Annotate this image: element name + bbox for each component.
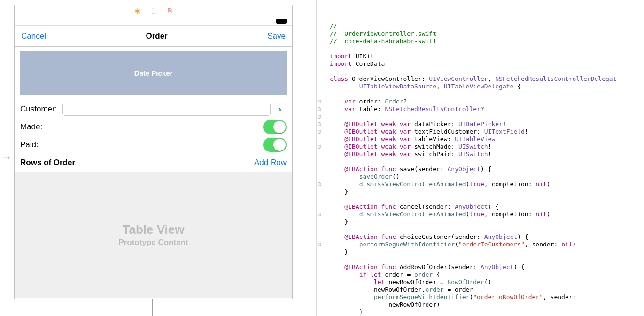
customer-label: Customer: — [20, 104, 62, 114]
connection-indicator-icon[interactable] — [318, 115, 321, 118]
code-line[interactable] — [330, 68, 644, 75]
date-picker[interactable]: Date Picker — [20, 51, 287, 95]
save-button[interactable]: Save — [267, 32, 286, 41]
code-line[interactable] — [330, 226, 644, 233]
paid-label: Paid: — [20, 140, 62, 150]
code-line[interactable]: } — [330, 218, 644, 226]
battery-icon — [276, 19, 287, 24]
code-line[interactable]: var order: Order? — [330, 98, 644, 105]
connection-indicator-icon[interactable] — [318, 107, 321, 111]
code-line[interactable]: // core-data-habrahabr-swift — [330, 38, 644, 45]
code-line[interactable]: @IBOutlet weak var switchPaid: UISwitch! — [330, 150, 644, 158]
code-line[interactable]: } — [330, 188, 644, 196]
first-responder-icon[interactable]: ⬚ — [151, 7, 157, 14]
paid-row: Paid: — [20, 136, 287, 154]
code-line[interactable]: dismissViewControllerAnimated(true, comp… — [330, 211, 644, 218]
code-line[interactable]: saveOrder() — [330, 173, 644, 181]
connection-indicator-icon[interactable] — [318, 100, 321, 103]
editor-gutter — [317, 0, 322, 316]
code-line[interactable] — [330, 113, 644, 120]
code-line[interactable]: @IBOutlet weak var tableView: UITableVie… — [330, 135, 644, 143]
code-line[interactable]: newRowOfOrder.order = order — [330, 286, 644, 293]
made-switch[interactable] — [263, 120, 287, 134]
view-controller-canvas[interactable]: ◉ ⬚ ⎘ Cancel Order Save Date Picker Cust… — [14, 5, 293, 299]
code-line[interactable]: // OrderViewController.swift — [330, 30, 644, 38]
code-line[interactable]: if let order = order { — [330, 271, 644, 278]
code-line[interactable]: } — [330, 308, 644, 316]
code-line[interactable]: UITableViewDataSource, UITableViewDelega… — [330, 83, 644, 90]
made-row: Made: — [20, 118, 287, 136]
code-line[interactable]: } — [330, 248, 644, 256]
code-line[interactable]: class OrderViewController: UIViewControl… — [330, 75, 644, 83]
scene-toolbar: ◉ ⬚ ⎘ — [15, 5, 292, 16]
code-line[interactable]: let newRowOfOrder = RowOfOrder() — [330, 278, 644, 286]
code-line[interactable] — [330, 45, 644, 53]
code-line[interactable]: // — [330, 23, 644, 30]
nav-title: Order — [146, 32, 167, 41]
code-line[interactable]: @IBAction func cancel(sender: AnyObject)… — [330, 203, 644, 211]
code-line[interactable]: performSegueWithIdentifier("orderToRowOf… — [330, 293, 644, 301]
code-line[interactable]: @IBOutlet weak var dataPicker: UIDatePic… — [330, 120, 644, 128]
connection-indicator-icon[interactable] — [318, 243, 321, 246]
code-line[interactable]: dismissViewControllerAnimated(true, comp… — [330, 181, 644, 188]
code-line[interactable]: @IBOutlet weak var textFieldCustomer: UI… — [330, 128, 644, 135]
customer-row: Customer: › — [20, 100, 287, 118]
segue-arrow-icon: → — [1, 150, 12, 164]
code-line[interactable] — [330, 90, 644, 98]
code-line[interactable]: performSegueWithIdentifier("orderToCusto… — [330, 241, 644, 248]
code-line[interactable]: newRowOfOrder) — [330, 301, 644, 308]
code-line[interactable]: @IBAction func AddRowOfOrder(sender: Any… — [330, 263, 644, 271]
code-line[interactable]: import CoreData — [330, 60, 644, 68]
customer-field[interactable] — [62, 103, 271, 116]
table-view-subtitle: Prototype Content — [118, 238, 188, 247]
view-controller-icon[interactable]: ◉ — [135, 7, 140, 14]
table-view[interactable]: Table View Prototype Content — [15, 172, 292, 298]
code-line[interactable] — [330, 256, 644, 263]
connection-indicator-icon[interactable] — [318, 145, 321, 149]
date-picker-label: Date Picker — [134, 69, 173, 77]
add-row-button[interactable]: Add Row — [254, 158, 287, 167]
connection-indicator-icon[interactable] — [318, 182, 321, 186]
code-line[interactable]: @IBOutlet weak var switchMade: UISwitch! — [330, 143, 644, 150]
interface-builder-pane: → ◉ ⬚ ⎘ Cancel Order Save Date Picker Cu… — [0, 0, 317, 316]
code-line[interactable]: import UIKit — [330, 53, 644, 60]
choose-customer-button[interactable]: › — [273, 104, 287, 114]
cancel-button[interactable]: Cancel — [21, 32, 46, 41]
paid-switch[interactable] — [263, 138, 287, 152]
code-line[interactable] — [330, 158, 644, 166]
code-content[interactable]: //// OrderViewController.swift// core-da… — [323, 23, 644, 316]
code-line[interactable]: @IBAction func save(sender: AnyObject) { — [330, 166, 644, 173]
code-line[interactable] — [330, 196, 644, 203]
navigation-bar: Cancel Order Save — [15, 26, 292, 47]
code-line[interactable]: @IBAction func choiceCustomer(sender: An… — [330, 233, 644, 241]
table-view-title: Table View — [123, 222, 185, 237]
made-label: Made: — [20, 122, 62, 132]
status-bar — [15, 16, 292, 26]
connection-indicator-icon[interactable] — [318, 122, 321, 126]
connection-indicator-icon[interactable] — [318, 130, 321, 134]
rows-of-order-title: Rows of Order — [20, 158, 75, 167]
code-line[interactable]: var table: NSFetchedResultsController? — [330, 105, 644, 113]
segue-line — [152, 299, 153, 316]
source-editor[interactable]: //// OrderViewController.swift// core-da… — [317, 0, 644, 316]
rows-of-order-header: Rows of Order Add Row — [20, 154, 287, 172]
exit-icon[interactable]: ⎘ — [168, 7, 172, 14]
connection-indicator-icon[interactable] — [318, 213, 321, 216]
